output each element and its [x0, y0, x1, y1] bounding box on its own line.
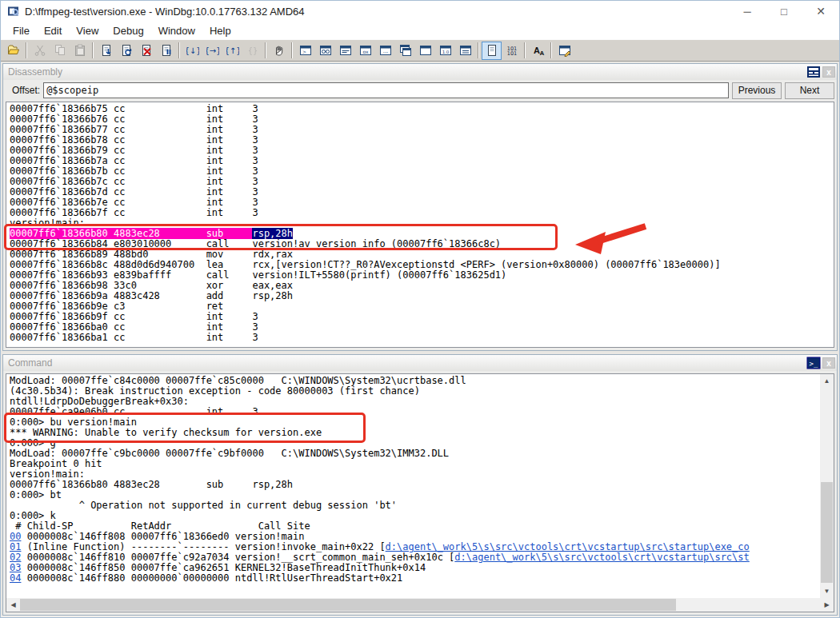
code-text: 00007ff6`18366b78 cc int 3: [10, 134, 258, 146]
disassembly-line: 00007ff6`18366ba1 cc int 3: [10, 333, 834, 343]
menu-file[interactable]: File: [6, 23, 37, 38]
close-button[interactable]: ✕: [802, 1, 839, 22]
windbg-window: D:\ffmpeg-test\version.exe - WinDbg:10.0…: [0, 0, 840, 618]
stop-debugging-button[interactable]: [136, 42, 156, 60]
command-line: 04 0000008c`146ff880 00000000`00000000 n…: [10, 573, 820, 584]
go-button[interactable]: [96, 42, 116, 60]
code-text: ntdll!LdrpDoDebuggerBreak+0x30:: [10, 396, 189, 407]
step-into-button[interactable]: {↓}: [182, 42, 202, 60]
open-locals-window-button[interactable]: [335, 42, 355, 60]
maximize-button[interactable]: □: [766, 1, 802, 22]
code-text: 0000008c`146ff850 00007ffe`ca962651 KERN…: [21, 562, 426, 573]
code-text: 00007ff6`18366b7a cc int 3: [10, 155, 258, 166]
code-text: 00007ff6`18366b9f cc int 3: [10, 311, 258, 322]
svg-text:>_: >_: [810, 360, 818, 368]
source-mode-on-button[interactable]: [482, 42, 502, 60]
command-close-icon[interactable]: x: [822, 357, 835, 369]
toolbar-separator: [265, 42, 266, 58]
scroll-left-icon[interactable]: ◀: [6, 598, 20, 612]
next-button[interactable]: Next: [785, 82, 834, 99]
code-text: 00007ff6`18366b89 488bd0 mov rdx,rax: [10, 249, 293, 260]
stack-frame-link[interactable]: 04: [10, 572, 21, 584]
open-source-file-button[interactable]: [3, 42, 23, 60]
open-disassembly-window-button[interactable]: 1.0: [435, 42, 455, 60]
open-memory-window-button[interactable]: ...: [375, 42, 395, 60]
stack-frame-link[interactable]: 00: [10, 531, 21, 542]
open-scratch-pad-button[interactable]: [415, 42, 435, 60]
toolbar: {↓}{→}{↑}{}>_ox...1.0101101AA: [1, 39, 839, 62]
menu-window[interactable]: Window: [151, 23, 202, 38]
command-panel-title: Command: [8, 357, 806, 369]
disassembly-panel-header[interactable]: Disassembly x: [3, 64, 837, 80]
source-mode-off-button[interactable]: 101101: [502, 42, 522, 60]
horizontal-scroll-track[interactable]: [20, 598, 820, 612]
open-processes-window-button[interactable]: [455, 42, 475, 60]
disassembly-code-area[interactable]: 00007ff6`18366b75 cc int 300007ff6`18366…: [6, 102, 834, 348]
code-text: rsp,28h: [252, 228, 293, 239]
restart-button[interactable]: [116, 42, 136, 60]
svg-text:101: 101: [506, 50, 516, 57]
command-body: ModLoad: 00007ffe`c84c0000 00007ffe`c85c…: [6, 373, 834, 612]
vertical-scroll-thumb[interactable]: [821, 482, 833, 582]
horizontal-scroll-thumb[interactable]: [20, 599, 676, 611]
command-output-area[interactable]: ModLoad: 00007ffe`c84c0000 00007ffe`c85c…: [6, 374, 820, 598]
toolbar-separator: [478, 42, 479, 58]
break-button[interactable]: [156, 42, 176, 60]
source-file-link[interactable]: d:\agent\_work\5\s\src\vctools\crt\vcsta…: [386, 541, 750, 552]
code-text: 00007ff6`18366b7e cc int 3: [10, 197, 258, 208]
code-text: 00007ff6`18366b7b cc int 3: [10, 165, 258, 177]
source-file-link[interactable]: d:\agent\_work\5\s\src\vctools\crt\vcsta…: [454, 552, 749, 563]
stack-frame-link[interactable]: 01: [10, 541, 21, 552]
previous-button[interactable]: Previous: [732, 82, 782, 99]
stack-frame-link[interactable]: 02: [10, 552, 21, 563]
scroll-right-icon[interactable]: ▶: [820, 598, 834, 612]
scroll-up-icon[interactable]: ▲: [820, 374, 834, 388]
code-text: 0:000> g: [10, 437, 56, 449]
command-vertical-scrollbar[interactable]: ▲ ▼: [820, 374, 834, 598]
disassembly-panel-title: Disassembly: [8, 66, 806, 78]
toolbar-separator: [178, 42, 180, 58]
options-button[interactable]: [554, 42, 574, 60]
menu-debug[interactable]: Debug: [106, 23, 150, 38]
code-text: ModLoad: 00007ffe`c84c0000 00007ffe`c85c…: [10, 375, 466, 386]
disassembly-window-icon: [806, 66, 821, 78]
step-over-button[interactable]: {→}: [202, 42, 222, 60]
open-watch-window-button[interactable]: [315, 42, 335, 60]
code-text: 0:000> bt: [10, 489, 62, 500]
minimize-button[interactable]: ─: [729, 1, 766, 22]
code-text: 00007ff6`18366b7d cc int 3: [10, 186, 258, 197]
command-window-icon: >_: [806, 357, 821, 369]
open-registers-window-button[interactable]: ox: [355, 42, 375, 60]
copy-icon: [54, 44, 66, 57]
code-text: (4c30.5b34): Break instruction exception…: [10, 385, 420, 397]
scroll-down-icon[interactable]: ▼: [820, 584, 834, 598]
command-horizontal-scrollbar[interactable]: ◀ ▶: [6, 598, 834, 612]
code-text: 00007ff6`18366b76 cc int 3: [10, 114, 258, 125]
open-call-stack-window-button[interactable]: [395, 42, 415, 60]
code-text: 00007ff6`18366b77 cc int 3: [10, 124, 258, 135]
insert-remove-breakpoint-button[interactable]: [269, 42, 289, 60]
options-icon: [558, 44, 571, 57]
svg-text:A: A: [539, 50, 544, 57]
win-processes-icon: [459, 44, 472, 57]
step-out-button[interactable]: {↑}: [222, 42, 242, 60]
code-text: # Child-SP RetAddr Call Site: [10, 520, 310, 532]
disassembly-close-icon[interactable]: x: [822, 66, 835, 78]
code-text: 00007ff6`18366b93 e839baffff call versio…: [10, 269, 506, 281]
open-command-window-button[interactable]: >_: [295, 42, 315, 60]
vertical-scroll-track[interactable]: [820, 388, 834, 584]
disassembly-panel: Disassembly x Offset: Previous Next 0000…: [2, 63, 838, 351]
command-panel-header[interactable]: Command >_ x: [3, 355, 837, 371]
menu-edit[interactable]: Edit: [37, 23, 69, 38]
toolbar-separator: [550, 42, 552, 58]
svg-text:...: ...: [382, 48, 388, 54]
stack-frame-link[interactable]: 03: [10, 562, 21, 573]
menu-view[interactable]: View: [69, 23, 106, 38]
step-out-icon: {↑}: [226, 44, 239, 57]
menu-help[interactable]: Help: [202, 23, 238, 38]
font-button[interactable]: AA: [528, 42, 548, 60]
win-watch-icon: [319, 44, 332, 57]
offset-input[interactable]: [43, 82, 729, 98]
go-icon: [100, 44, 113, 57]
toolbar-separator: [92, 42, 94, 58]
